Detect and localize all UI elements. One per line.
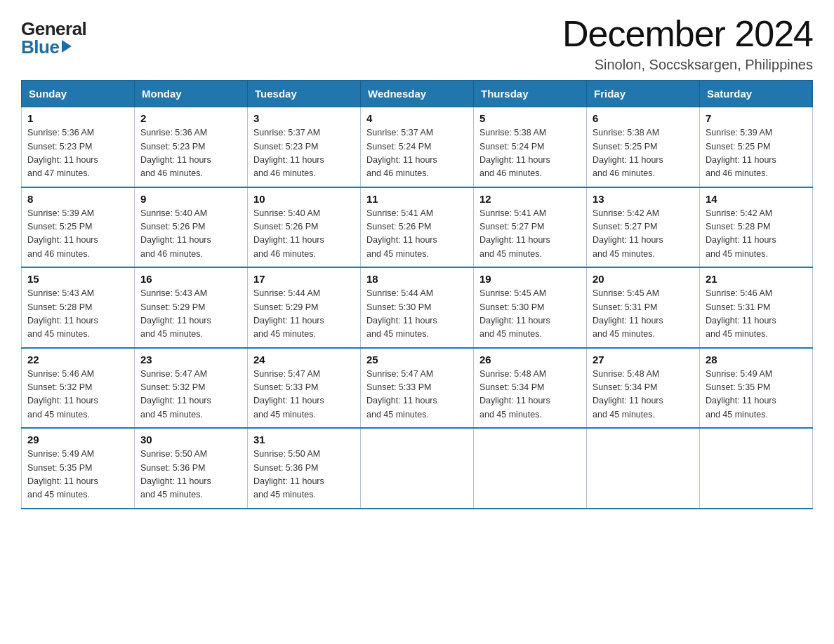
- calendar-cell: [361, 428, 474, 509]
- calendar-cell: 21 Sunrise: 5:46 AMSunset: 5:31 PMDaylig…: [700, 267, 813, 348]
- day-info: Sunrise: 5:41 AMSunset: 5:26 PMDaylight:…: [366, 208, 437, 259]
- day-info: Sunrise: 5:42 AMSunset: 5:27 PMDaylight:…: [593, 208, 663, 259]
- day-info: Sunrise: 5:49 AMSunset: 5:35 PMDaylight:…: [27, 449, 98, 499]
- day-info: Sunrise: 5:39 AMSunset: 5:25 PMDaylight:…: [27, 208, 98, 259]
- day-info: Sunrise: 5:48 AMSunset: 5:34 PMDaylight:…: [479, 369, 550, 420]
- day-number: 17: [253, 273, 355, 285]
- day-info: Sunrise: 5:47 AMSunset: 5:33 PMDaylight:…: [366, 369, 437, 420]
- day-info: Sunrise: 5:39 AMSunset: 5:25 PMDaylight:…: [706, 128, 776, 178]
- day-info: Sunrise: 5:47 AMSunset: 5:33 PMDaylight:…: [253, 369, 324, 420]
- day-info: Sunrise: 5:48 AMSunset: 5:34 PMDaylight:…: [593, 369, 663, 420]
- calendar-cell: [700, 428, 813, 509]
- calendar-cell: 11 Sunrise: 5:41 AMSunset: 5:26 PMDaylig…: [361, 187, 474, 268]
- calendar-cell: 27 Sunrise: 5:48 AMSunset: 5:34 PMDaylig…: [587, 348, 700, 429]
- day-number: 2: [140, 112, 241, 124]
- weekday-header-thursday: Thursday: [474, 81, 587, 107]
- day-number: 21: [706, 273, 807, 285]
- calendar-cell: [587, 428, 700, 509]
- logo-general-text: General: [21, 20, 86, 38]
- weekday-header-saturday: Saturday: [700, 81, 813, 107]
- calendar-cell: [474, 428, 587, 509]
- weekday-header-sunday: Sunday: [22, 81, 135, 107]
- day-number: 22: [27, 354, 128, 365]
- day-number: 26: [479, 354, 581, 365]
- day-number: 13: [593, 193, 694, 205]
- day-number: 8: [27, 193, 128, 205]
- day-number: 11: [366, 193, 468, 205]
- calendar-table: SundayMondayTuesdayWednesdayThursdayFrid…: [21, 80, 813, 509]
- day-info: Sunrise: 5:41 AMSunset: 5:27 PMDaylight:…: [479, 208, 550, 259]
- calendar-cell: 1 Sunrise: 5:36 AMSunset: 5:23 PMDayligh…: [22, 107, 135, 187]
- logo-triangle-icon: [62, 40, 72, 53]
- day-number: 23: [140, 354, 241, 365]
- day-info: Sunrise: 5:36 AMSunset: 5:23 PMDaylight:…: [27, 128, 98, 178]
- day-number: 19: [479, 273, 581, 285]
- day-number: 16: [140, 273, 241, 285]
- calendar-cell: 12 Sunrise: 5:41 AMSunset: 5:27 PMDaylig…: [474, 187, 587, 268]
- day-number: 24: [253, 354, 355, 365]
- day-info: Sunrise: 5:43 AMSunset: 5:29 PMDaylight:…: [140, 288, 211, 339]
- calendar-cell: 8 Sunrise: 5:39 AMSunset: 5:25 PMDayligh…: [22, 187, 135, 268]
- calendar-cell: 3 Sunrise: 5:37 AMSunset: 5:23 PMDayligh…: [248, 107, 361, 187]
- calendar-cell: 14 Sunrise: 5:42 AMSunset: 5:28 PMDaylig…: [700, 187, 813, 268]
- month-title: December 2024: [562, 14, 813, 54]
- calendar-cell: 24 Sunrise: 5:47 AMSunset: 5:33 PMDaylig…: [248, 348, 361, 429]
- calendar-cell: 13 Sunrise: 5:42 AMSunset: 5:27 PMDaylig…: [587, 187, 700, 268]
- day-number: 5: [479, 112, 581, 124]
- day-info: Sunrise: 5:37 AMSunset: 5:23 PMDaylight:…: [253, 128, 324, 178]
- calendar-week-row: 1 Sunrise: 5:36 AMSunset: 5:23 PMDayligh…: [22, 107, 813, 187]
- day-number: 25: [366, 354, 468, 365]
- weekday-header-wednesday: Wednesday: [361, 81, 474, 107]
- day-info: Sunrise: 5:42 AMSunset: 5:28 PMDaylight:…: [706, 208, 776, 259]
- day-info: Sunrise: 5:49 AMSunset: 5:35 PMDaylight:…: [706, 369, 776, 420]
- day-number: 18: [366, 273, 468, 285]
- day-info: Sunrise: 5:40 AMSunset: 5:26 PMDaylight:…: [140, 208, 211, 259]
- calendar-week-row: 22 Sunrise: 5:46 AMSunset: 5:32 PMDaylig…: [22, 348, 813, 429]
- day-number: 30: [140, 434, 241, 445]
- calendar-cell: 4 Sunrise: 5:37 AMSunset: 5:24 PMDayligh…: [361, 107, 474, 187]
- calendar-cell: 25 Sunrise: 5:47 AMSunset: 5:33 PMDaylig…: [361, 348, 474, 429]
- day-info: Sunrise: 5:38 AMSunset: 5:25 PMDaylight:…: [593, 128, 663, 178]
- day-number: 28: [706, 354, 807, 365]
- day-info: Sunrise: 5:47 AMSunset: 5:32 PMDaylight:…: [140, 369, 211, 420]
- day-info: Sunrise: 5:40 AMSunset: 5:26 PMDaylight:…: [253, 208, 324, 259]
- day-info: Sunrise: 5:45 AMSunset: 5:30 PMDaylight:…: [479, 288, 550, 339]
- calendar-cell: 31 Sunrise: 5:50 AMSunset: 5:36 PMDaylig…: [248, 428, 361, 509]
- day-info: Sunrise: 5:44 AMSunset: 5:30 PMDaylight:…: [366, 288, 437, 339]
- day-number: 3: [253, 112, 355, 124]
- calendar-cell: 26 Sunrise: 5:48 AMSunset: 5:34 PMDaylig…: [474, 348, 587, 429]
- calendar-cell: 16 Sunrise: 5:43 AMSunset: 5:29 PMDaylig…: [135, 267, 248, 348]
- calendar-cell: 29 Sunrise: 5:49 AMSunset: 5:35 PMDaylig…: [22, 428, 135, 509]
- day-info: Sunrise: 5:44 AMSunset: 5:29 PMDaylight:…: [253, 288, 324, 339]
- calendar-week-row: 8 Sunrise: 5:39 AMSunset: 5:25 PMDayligh…: [22, 187, 813, 268]
- page-header: General Blue December 2024 Sinolon, Socc…: [21, 14, 813, 73]
- calendar-week-row: 15 Sunrise: 5:43 AMSunset: 5:28 PMDaylig…: [22, 267, 813, 348]
- logo-blue-text: Blue: [21, 38, 72, 56]
- calendar-cell: 15 Sunrise: 5:43 AMSunset: 5:28 PMDaylig…: [22, 267, 135, 348]
- calendar-cell: 9 Sunrise: 5:40 AMSunset: 5:26 PMDayligh…: [135, 187, 248, 268]
- logo: General Blue: [21, 14, 86, 56]
- calendar-cell: 18 Sunrise: 5:44 AMSunset: 5:30 PMDaylig…: [361, 267, 474, 348]
- weekday-header-tuesday: Tuesday: [248, 81, 361, 107]
- weekday-header-monday: Monday: [135, 81, 248, 107]
- calendar-cell: 2 Sunrise: 5:36 AMSunset: 5:23 PMDayligh…: [135, 107, 248, 187]
- calendar-cell: 7 Sunrise: 5:39 AMSunset: 5:25 PMDayligh…: [700, 107, 813, 187]
- day-number: 10: [253, 193, 355, 205]
- title-block: December 2024 Sinolon, Soccsksargen, Phi…: [562, 14, 813, 73]
- day-number: 27: [593, 354, 694, 365]
- day-info: Sunrise: 5:38 AMSunset: 5:24 PMDaylight:…: [479, 128, 550, 178]
- calendar-cell: 28 Sunrise: 5:49 AMSunset: 5:35 PMDaylig…: [700, 348, 813, 429]
- calendar-cell: 30 Sunrise: 5:50 AMSunset: 5:36 PMDaylig…: [135, 428, 248, 509]
- day-info: Sunrise: 5:50 AMSunset: 5:36 PMDaylight:…: [253, 449, 324, 499]
- calendar-cell: 17 Sunrise: 5:44 AMSunset: 5:29 PMDaylig…: [248, 267, 361, 348]
- calendar-cell: 22 Sunrise: 5:46 AMSunset: 5:32 PMDaylig…: [22, 348, 135, 429]
- day-number: 9: [140, 193, 241, 205]
- calendar-cell: 6 Sunrise: 5:38 AMSunset: 5:25 PMDayligh…: [587, 107, 700, 187]
- day-info: Sunrise: 5:37 AMSunset: 5:24 PMDaylight:…: [366, 128, 437, 178]
- day-number: 29: [27, 434, 128, 445]
- day-info: Sunrise: 5:45 AMSunset: 5:31 PMDaylight:…: [593, 288, 663, 339]
- day-number: 12: [479, 193, 581, 205]
- calendar-cell: 5 Sunrise: 5:38 AMSunset: 5:24 PMDayligh…: [474, 107, 587, 187]
- day-number: 14: [706, 193, 807, 205]
- location-title: Sinolon, Soccsksargen, Philippines: [562, 57, 813, 73]
